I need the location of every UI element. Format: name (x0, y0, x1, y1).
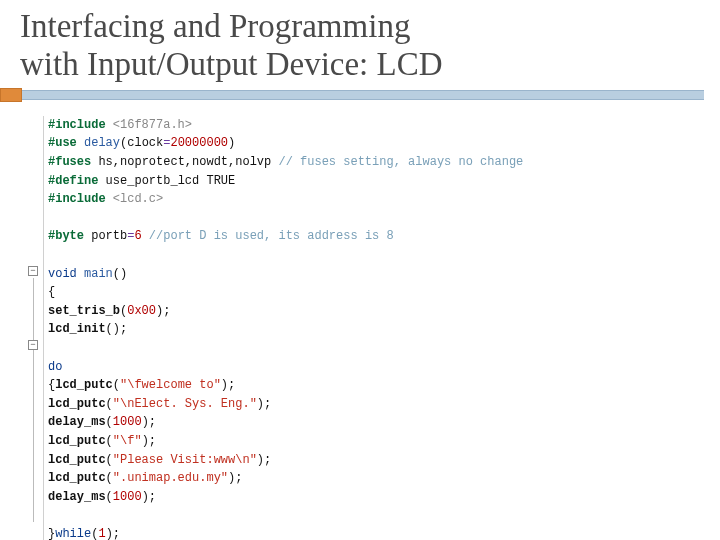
code-line: delay_ms(1000); (48, 413, 700, 432)
code-line: }while(1); (48, 525, 700, 540)
code-line (48, 339, 700, 358)
code-line: do (48, 358, 700, 377)
code-line: lcd_putc("Please Visit:www\n"); (48, 451, 700, 470)
code-block: − − #include <16f877a.h> #use delay(cloc… (26, 116, 700, 540)
title-line-2: with Input/Output Device: LCD (20, 46, 443, 82)
code-line: #use delay(clock=20000000) (48, 134, 700, 153)
code-line: {lcd_putc("\fwelcome to"); (48, 376, 700, 395)
fold-icon: − (28, 340, 38, 350)
code-line: #fuses hs,noprotect,nowdt,nolvp // fuses… (48, 153, 700, 172)
divider-bar (22, 90, 704, 100)
fold-line (33, 352, 34, 504)
code-line: #include <16f877a.h> (48, 116, 700, 135)
code-line: #define use_portb_lcd TRUE (48, 172, 700, 191)
code-line: #byte portb=6 //port D is used, its addr… (48, 227, 700, 246)
code-gutter: − − (26, 116, 44, 540)
code-line (48, 209, 700, 228)
code-line: #include <lcd.c> (48, 190, 700, 209)
code-line: lcd_putc(".unimap.edu.my"); (48, 469, 700, 488)
code-line: set_tris_b(0x00); (48, 302, 700, 321)
slide-container: Interfacing and Programming with Input/O… (0, 0, 720, 540)
code-line: lcd_putc("\f"); (48, 432, 700, 451)
code-lines: #include <16f877a.h> #use delay(clock=20… (48, 116, 700, 540)
code-line (48, 506, 700, 525)
code-line: delay_ms(1000); (48, 488, 700, 507)
slide-title: Interfacing and Programming with Input/O… (20, 8, 700, 84)
title-divider (20, 88, 700, 106)
code-line: void main() (48, 265, 700, 284)
code-line (48, 246, 700, 265)
code-line: lcd_init(); (48, 320, 700, 339)
code-line: { (48, 283, 700, 302)
accent-square (0, 88, 22, 102)
title-line-1: Interfacing and Programming (20, 8, 410, 44)
fold-icon: − (28, 266, 38, 276)
code-line: lcd_putc("\nElect. Sys. Eng."); (48, 395, 700, 414)
